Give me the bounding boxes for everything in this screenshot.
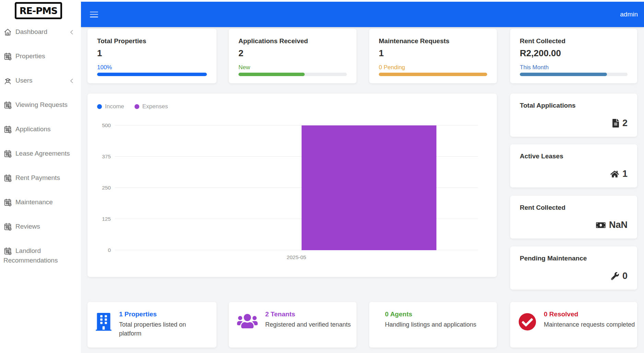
y-axis-tick: 0	[108, 247, 111, 253]
sidebar-item-label: Applications	[15, 125, 50, 133]
summary-card-total-applications: Total Applications 2	[510, 94, 637, 137]
info-card-properties: 1 Properties Total properties listed on …	[87, 302, 216, 348]
info-card-text: 1 Properties Total properties listed on …	[119, 309, 208, 338]
legend-label: Income	[105, 103, 124, 110]
y-axis-tick: 500	[102, 122, 111, 129]
sidebar-item-dashboard[interactable]: Dashboard	[3, 27, 76, 37]
stat-sub-label: New	[238, 64, 347, 71]
sidebar-item-label: Users	[15, 77, 33, 84]
stat-card-rent-collected: Rent Collected R2,200.00 This Month	[510, 29, 637, 83]
legend-dot-expenses	[134, 104, 139, 109]
info-card-text: 0 Agents Handling listings and applicati…	[385, 309, 476, 329]
stat-value: 1	[379, 48, 487, 59]
summary-title: Pending Maintenance	[520, 255, 628, 262]
chevron-left-icon	[70, 78, 73, 84]
stat-value: 2	[238, 48, 347, 59]
topbar: admin	[81, 2, 644, 27]
summary-card-rent-collected: Rent Collected NaN	[510, 196, 637, 239]
calendar-check-icon	[3, 174, 12, 182]
building-icon	[96, 313, 112, 331]
calendar-check-icon	[3, 198, 12, 207]
wrench-icon	[611, 272, 619, 280]
info-title: 0 Agents	[385, 310, 476, 318]
sidebar-item-label: Maintenance	[15, 198, 53, 206]
info-description: Total properties listed on platform	[119, 320, 208, 338]
stat-card-maintenance-requests: Maintenance Requests 1 0 Pending	[369, 29, 497, 83]
sidebar-item-properties[interactable]: Properties	[3, 51, 76, 61]
home-icon	[3, 28, 12, 36]
circle-check-icon	[518, 313, 536, 331]
summary-card-active-leases: Active Leases 1	[510, 144, 637, 187]
summary-title: Active Leases	[520, 153, 628, 160]
progress-fill	[379, 73, 487, 76]
progress-fill	[97, 73, 207, 76]
brand-logo-text: RE-PMS	[20, 5, 58, 16]
summary-value: 0	[622, 271, 628, 281]
summary-value: NaN	[609, 220, 628, 230]
progress-bar	[520, 73, 628, 76]
stat-card-applications-received: Applications Received 2 New	[229, 29, 356, 83]
sidebar-item-reviews[interactable]: Reviews	[3, 222, 76, 231]
y-axis-tick: 250	[102, 185, 111, 191]
sidebar-item-applications[interactable]: Applications	[3, 124, 76, 134]
calendar-check-icon	[3, 247, 12, 255]
info-description: Maintenance requests completed	[544, 320, 635, 329]
sidebar-item-maintenance[interactable]: Maintenance	[3, 197, 76, 207]
stat-title: Maintenance Requests	[379, 37, 487, 45]
info-title: 1 Properties	[119, 310, 208, 318]
summary-value-row: 2	[612, 118, 628, 129]
summary-value-row: 1	[610, 169, 628, 179]
stat-sub-label: This Month	[520, 64, 628, 71]
stat-sub-label: 0 Pending	[379, 64, 487, 71]
info-title: 2 Tenants	[265, 310, 351, 318]
stat-value: R2,200.00	[520, 48, 628, 59]
chart-bar-expenses	[302, 125, 437, 250]
progress-bar	[97, 73, 207, 76]
hamburger-menu-icon[interactable]	[90, 12, 98, 17]
summary-title: Rent Collected	[520, 204, 628, 211]
legend-item-expenses[interactable]: Expenses	[134, 103, 168, 110]
student-icon	[3, 76, 12, 85]
calendar-check-icon	[3, 222, 12, 231]
info-card-text: 0 Resolved Maintenance requests complete…	[544, 309, 635, 329]
progress-fill	[520, 73, 607, 76]
sidebar-item-label: Reviews	[15, 223, 40, 230]
y-axis-tick: 375	[102, 154, 111, 160]
stat-sub-label: 100%	[97, 64, 207, 71]
brand-logo[interactable]: RE-PMS	[15, 2, 62, 19]
info-title: 0 Resolved	[544, 310, 635, 318]
progress-bar	[379, 73, 487, 76]
info-card-text: 2 Tenants Registered and verified tenant…	[265, 309, 351, 329]
stat-title: Applications Received	[238, 37, 347, 45]
sidebar-item-label: Dashboard	[15, 28, 47, 35]
calendar-check-icon	[3, 101, 12, 109]
progress-bar	[238, 73, 347, 76]
calendar-check-icon	[3, 125, 12, 134]
legend-item-income[interactable]: Income	[97, 103, 124, 110]
sidebar-item-label: Lease Agreements	[15, 150, 70, 157]
summary-title: Total Applications	[520, 102, 628, 109]
sidebar-item-label: Properties	[15, 52, 45, 60]
sidebar-item-rent-payments[interactable]: Rent Payments	[3, 173, 76, 183]
stat-card-total-properties: Total Properties 1 100%	[87, 29, 216, 83]
sidebar-item-lease-agreements[interactable]: Lease Agreements	[3, 149, 76, 158]
summary-card-pending-maintenance: Pending Maintenance 0	[510, 246, 637, 290]
calendar-check-icon	[3, 52, 12, 61]
legend-dot-income	[97, 104, 102, 109]
summary-value: 2	[622, 118, 628, 129]
info-description: Registered and verified tenants	[265, 320, 351, 329]
sidebar: RE-PMS Dashboard Properties Users Viewin…	[0, 0, 81, 353]
info-card-tenants: 2 Tenants Registered and verified tenant…	[229, 302, 356, 348]
user-menu[interactable]: admin	[620, 11, 638, 18]
chart-legend: Income Expenses	[97, 103, 168, 110]
sidebar-item-users[interactable]: Users	[3, 76, 76, 85]
document-icon	[612, 119, 619, 127]
sidebar-item-landlord-recommendations[interactable]: Landlord Recommendations	[3, 246, 76, 265]
home-icon	[610, 170, 619, 178]
summary-value-row: NaN	[596, 220, 628, 230]
sidebar-item-label: Rent Payments	[15, 174, 60, 181]
income-expenses-chart-card: Income Expenses 500 375 250 125 0 2025-0…	[87, 94, 497, 277]
sidebar-item-viewing-requests[interactable]: Viewing Requests	[3, 100, 76, 110]
stat-title: Rent Collected	[520, 37, 628, 45]
sidebar-item-label: Viewing Requests	[15, 101, 68, 108]
